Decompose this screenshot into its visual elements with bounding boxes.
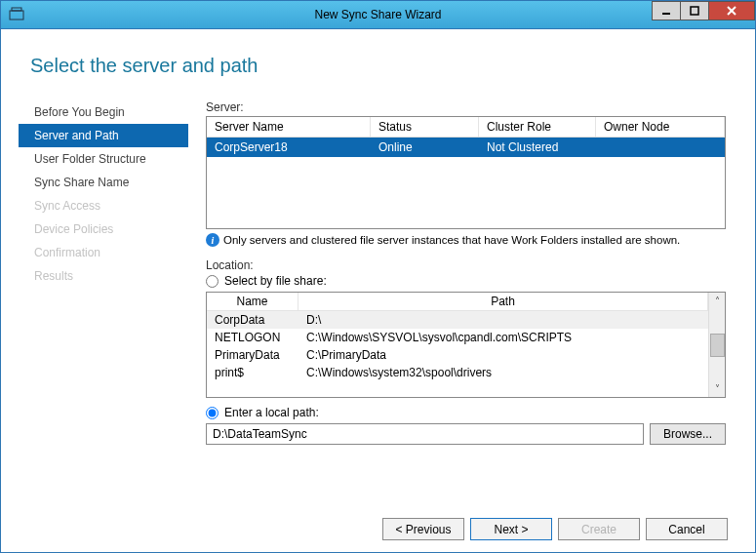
share-row[interactable]: CorpData D:\: [207, 311, 708, 329]
next-button[interactable]: Next >: [470, 518, 552, 540]
share-path: D:\: [298, 311, 708, 329]
nav-server-and-path[interactable]: Server and Path: [19, 124, 188, 147]
radio-local-input[interactable]: [206, 407, 219, 419]
create-button: Create: [558, 518, 640, 540]
share-path: C:\PrimaryData: [298, 346, 708, 364]
col-share-name[interactable]: Name: [207, 293, 298, 310]
share-row[interactable]: NETLOGON C:\Windows\SYSVOL\sysvol\cpandl…: [207, 329, 708, 346]
scroll-thumb[interactable]: [710, 334, 725, 357]
server-row[interactable]: CorpServer18 Online Not Clustered: [207, 138, 725, 157]
col-status[interactable]: Status: [371, 117, 479, 137]
col-share-path[interactable]: Path: [298, 293, 708, 310]
wizard-nav: Before You Begin Server and Path User Fo…: [19, 100, 188, 445]
server-list[interactable]: Server Name Status Cluster Role Owner No…: [206, 116, 726, 229]
scroll-down-icon[interactable]: ˅: [709, 380, 725, 397]
share-list-header: Name Path: [207, 293, 708, 311]
share-path: C:\Windows\system32\spool\drivers: [298, 364, 708, 381]
nav-confirmation: Confirmation: [19, 241, 188, 264]
radio-share-input[interactable]: [206, 275, 219, 288]
server-list-header: Server Name Status Cluster Role Owner No…: [207, 117, 725, 138]
share-row[interactable]: PrimaryData C:\PrimaryData: [207, 346, 708, 364]
share-scrollbar[interactable]: ˄ ˅: [708, 293, 725, 397]
cancel-button[interactable]: Cancel: [646, 518, 728, 540]
share-list[interactable]: Name Path CorpData D:\ NETLOGON C:\Windo…: [206, 292, 726, 398]
location-label: Location:: [206, 258, 726, 272]
info-text: Only servers and clustered file server i…: [223, 234, 680, 246]
share-name: PrimaryData: [207, 346, 298, 364]
nav-sync-share-name[interactable]: Sync Share Name: [19, 171, 188, 194]
col-cluster-role[interactable]: Cluster Role: [479, 117, 596, 137]
nav-before-you-begin[interactable]: Before You Begin: [19, 100, 188, 124]
col-owner-node[interactable]: Owner Node: [596, 117, 725, 137]
cell-cluster: Not Clustered: [479, 138, 596, 157]
info-row: i Only servers and clustered file server…: [206, 233, 726, 247]
share-name: print$: [207, 364, 298, 381]
close-button[interactable]: [708, 1, 755, 20]
local-path-input[interactable]: [206, 423, 644, 445]
window-title: New Sync Share Wizard: [1, 8, 755, 21]
previous-button[interactable]: < Previous: [382, 518, 464, 540]
radio-local-label: Enter a local path:: [224, 406, 319, 419]
col-server-name[interactable]: Server Name: [207, 117, 371, 137]
maximize-button[interactable]: [680, 1, 709, 20]
server-label: Server:: [206, 100, 726, 114]
share-row[interactable]: print$ C:\Windows\system32\spool\drivers: [207, 364, 708, 381]
page-title: Select the server and path: [30, 55, 728, 77]
nav-device-policies: Device Policies: [19, 217, 188, 241]
share-name: CorpData: [207, 311, 298, 329]
svg-rect-3: [691, 7, 698, 15]
share-name: NETLOGON: [207, 329, 298, 346]
nav-user-folder-structure[interactable]: User Folder Structure: [19, 147, 188, 171]
radio-select-by-share[interactable]: Select by file share:: [206, 274, 726, 288]
titlebar: New Sync Share Wizard: [1, 1, 755, 29]
radio-enter-local-path[interactable]: Enter a local path:: [206, 406, 726, 419]
cell-status: Online: [371, 138, 479, 157]
minimize-button[interactable]: [652, 1, 681, 20]
cell-server-name: CorpServer18: [207, 138, 371, 157]
nav-results: Results: [19, 264, 188, 288]
nav-sync-access: Sync Access: [19, 194, 188, 217]
share-path: C:\Windows\SYSVOL\sysvol\cpandl.com\SCRI…: [298, 329, 708, 346]
wizard-footer: < Previous Next > Create Cancel: [382, 518, 728, 540]
window-buttons: [653, 1, 755, 20]
info-icon: i: [206, 233, 219, 247]
cell-owner: [596, 138, 725, 157]
browse-button[interactable]: Browse...: [650, 423, 726, 445]
scroll-up-icon[interactable]: ˄: [709, 293, 725, 309]
radio-share-label: Select by file share:: [224, 274, 327, 288]
